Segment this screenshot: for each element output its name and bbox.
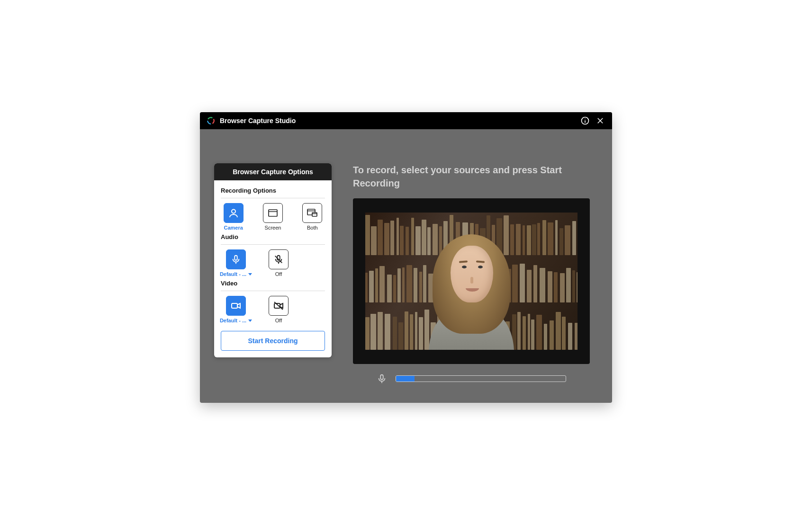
audio-option-default[interactable]: Default - ...: [221, 249, 251, 277]
app-window: Browser Capture Studio Browser Capture O…: [200, 112, 612, 403]
options-panel: Browser Capture Options Recording Option…: [214, 163, 332, 357]
preview-column: To record, select your sources and press…: [353, 163, 593, 384]
both-label: Both: [307, 225, 318, 231]
instruction-text: To record, select your sources and press…: [353, 163, 593, 190]
recording-option-both[interactable]: Both: [300, 203, 325, 231]
divider: [221, 244, 325, 245]
audio-options-row: Default - ... Off: [221, 249, 325, 277]
screen-icon: [263, 203, 283, 223]
svg-rect-23: [380, 375, 383, 380]
video-option-default[interactable]: Default - ...: [221, 296, 251, 323]
svg-rect-15: [235, 256, 237, 260]
audio-default-text: Default - ...: [220, 271, 246, 277]
audio-default-label: Default - ...: [220, 271, 252, 277]
app-title: Browser Capture Studio: [220, 117, 575, 124]
video-camera-off-icon: [269, 296, 289, 316]
camera-icon: [224, 203, 244, 223]
recording-option-screen[interactable]: Screen: [260, 203, 285, 231]
camera-label: Camera: [224, 225, 243, 231]
recording-options-row: Camera Screen: [221, 203, 325, 231]
panel-header: Browser Capture Options: [214, 163, 332, 180]
svg-point-5: [585, 118, 586, 119]
recording-option-camera[interactable]: Camera: [221, 203, 246, 231]
recording-options-label: Recording Options: [221, 187, 325, 194]
microphone-icon: [226, 249, 246, 269]
audio-off-label: Off: [275, 271, 282, 277]
mic-level-meter: [396, 375, 566, 382]
info-icon[interactable]: [580, 115, 590, 126]
mic-level-fill: [396, 376, 415, 382]
close-icon[interactable]: [595, 115, 605, 126]
panel-body: Recording Options Camera: [214, 180, 332, 357]
camera-preview-image: [365, 213, 577, 350]
video-label: Video: [221, 280, 325, 287]
microphone-off-icon: [269, 249, 289, 269]
svg-rect-20: [232, 303, 237, 308]
video-camera-icon: [226, 296, 246, 316]
svg-point-8: [232, 210, 235, 213]
video-default-text: Default - ...: [220, 318, 246, 323]
content-area: Browser Capture Options Recording Option…: [200, 129, 612, 403]
screen-label: Screen: [265, 225, 281, 231]
titlebar: Browser Capture Studio: [200, 112, 612, 129]
video-option-off[interactable]: Off: [265, 296, 292, 323]
divider: [221, 198, 325, 198]
video-options-row: Default - ... Off: [221, 296, 325, 323]
microphone-level-icon: [377, 373, 387, 384]
chevron-down-icon: [248, 273, 252, 275]
camera-preview: [353, 198, 590, 364]
video-off-label: Off: [275, 318, 282, 323]
video-default-label: Default - ...: [220, 318, 252, 323]
chevron-down-icon: [248, 320, 252, 322]
both-icon: [302, 203, 322, 223]
svg-rect-13: [312, 213, 317, 216]
mic-level-row: [353, 373, 593, 384]
divider: [221, 291, 325, 291]
app-logo-icon: [207, 116, 215, 125]
audio-label: Audio: [221, 233, 325, 240]
svg-rect-9: [269, 210, 277, 216]
start-recording-button[interactable]: Start Recording: [221, 331, 325, 351]
audio-option-off[interactable]: Off: [265, 249, 292, 277]
